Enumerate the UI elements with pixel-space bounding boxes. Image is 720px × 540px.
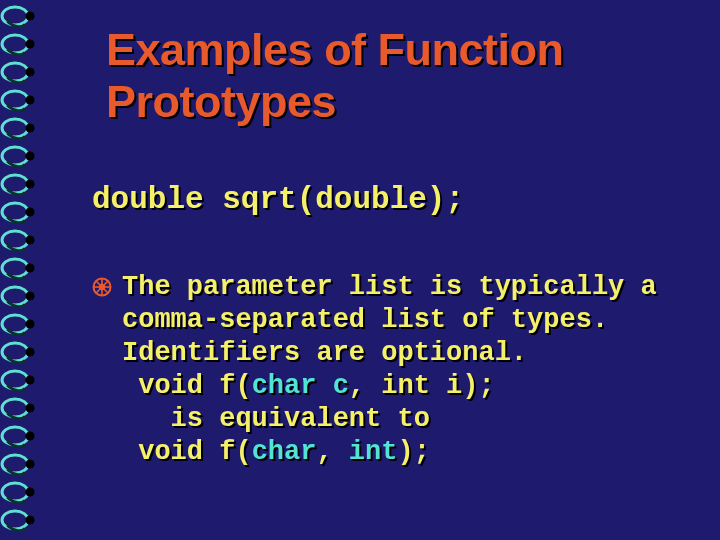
line-4c: , int i); bbox=[349, 371, 495, 401]
svg-point-35 bbox=[26, 320, 35, 329]
svg-point-50 bbox=[26, 460, 35, 469]
svg-point-56 bbox=[26, 516, 35, 525]
svg-point-44 bbox=[26, 404, 35, 413]
svg-point-47 bbox=[26, 432, 35, 441]
svg-point-32 bbox=[26, 292, 35, 301]
spiral-ring bbox=[0, 284, 38, 308]
line-6a: void f( bbox=[122, 437, 252, 467]
spiral-ring bbox=[0, 256, 38, 280]
svg-point-23 bbox=[26, 208, 35, 217]
line-3: Identifiers are optional. bbox=[122, 338, 527, 368]
spiral-ring bbox=[0, 508, 38, 532]
bullet-icon bbox=[92, 277, 112, 297]
line-6e: ); bbox=[397, 437, 429, 467]
svg-point-8 bbox=[26, 68, 35, 77]
svg-point-54 bbox=[2, 511, 28, 529]
spiral-ring bbox=[0, 200, 38, 224]
svg-point-26 bbox=[26, 236, 35, 245]
spiral-ring bbox=[0, 452, 38, 476]
svg-point-51 bbox=[2, 483, 28, 501]
svg-point-0 bbox=[2, 7, 28, 25]
svg-point-29 bbox=[26, 264, 35, 273]
bullet-text: The parameter list is typically a comma-… bbox=[122, 271, 702, 469]
svg-point-6 bbox=[2, 63, 28, 81]
svg-point-21 bbox=[2, 203, 28, 221]
svg-point-2 bbox=[26, 12, 35, 21]
svg-point-27 bbox=[2, 259, 28, 277]
svg-point-14 bbox=[26, 124, 35, 133]
svg-point-3 bbox=[2, 35, 28, 53]
bullet-block: The parameter list is typically a comma-… bbox=[92, 271, 702, 469]
slide-title: Examples of Function Prototypes bbox=[106, 24, 702, 128]
svg-point-48 bbox=[2, 455, 28, 473]
spiral-ring bbox=[0, 4, 38, 28]
line-1: The parameter list is typically a bbox=[122, 272, 657, 302]
prototype-example: double sqrt(double); bbox=[92, 182, 702, 217]
line-6d: int bbox=[349, 437, 398, 467]
spiral-ring bbox=[0, 172, 38, 196]
line-2: comma-separated list of types. bbox=[122, 305, 608, 335]
svg-point-42 bbox=[2, 399, 28, 417]
svg-point-45 bbox=[2, 427, 28, 445]
spiral-ring bbox=[0, 480, 38, 504]
svg-point-5 bbox=[26, 40, 35, 49]
svg-point-38 bbox=[26, 348, 35, 357]
spiral-binding: (function(){ const sp = document.current… bbox=[0, 0, 42, 540]
svg-point-12 bbox=[2, 119, 28, 137]
spiral-ring bbox=[0, 144, 38, 168]
svg-point-15 bbox=[2, 147, 28, 165]
svg-point-36 bbox=[2, 343, 28, 361]
line-6b: char bbox=[252, 437, 317, 467]
svg-point-33 bbox=[2, 315, 28, 333]
svg-point-18 bbox=[2, 175, 28, 193]
svg-point-9 bbox=[2, 91, 28, 109]
spiral-ring bbox=[0, 60, 38, 84]
svg-point-11 bbox=[26, 96, 35, 105]
line-5: is equivalent to bbox=[122, 404, 430, 434]
svg-point-17 bbox=[26, 152, 35, 161]
line-4a: void f( bbox=[122, 371, 252, 401]
line-6c: , bbox=[316, 437, 348, 467]
slide-content: Examples of Function Prototypes double s… bbox=[58, 0, 702, 540]
svg-point-41 bbox=[26, 376, 35, 385]
spiral-ring bbox=[0, 228, 38, 252]
spiral-ring bbox=[0, 396, 38, 420]
svg-point-53 bbox=[26, 488, 35, 497]
svg-point-30 bbox=[2, 287, 28, 305]
svg-point-39 bbox=[2, 371, 28, 389]
line-4b: char c bbox=[252, 371, 349, 401]
svg-point-24 bbox=[2, 231, 28, 249]
spiral-ring bbox=[0, 88, 38, 112]
svg-point-20 bbox=[26, 180, 35, 189]
spiral-ring bbox=[0, 368, 38, 392]
spiral-ring bbox=[0, 312, 38, 336]
spiral-ring bbox=[0, 32, 38, 56]
spiral-ring bbox=[0, 340, 38, 364]
spiral-ring bbox=[0, 424, 38, 448]
spiral-ring bbox=[0, 116, 38, 140]
